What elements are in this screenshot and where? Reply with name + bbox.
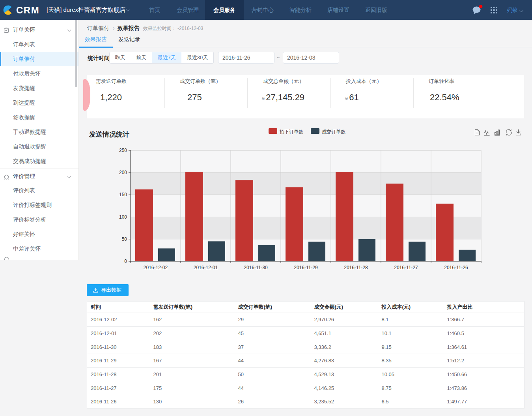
svg-text:0: 0 [124,259,127,264]
svg-text:50: 50 [122,236,127,242]
svg-text:2016-12-02: 2016-12-02 [144,265,168,270]
svg-text:2016-11-28: 2016-11-28 [344,265,368,270]
svg-text:250: 250 [119,148,127,153]
svg-text:200: 200 [119,170,127,175]
svg-text:2016-11-29: 2016-11-29 [294,265,318,270]
svg-text:100: 100 [119,214,127,220]
svg-text:150: 150 [119,192,127,197]
svg-text:2016-11-30: 2016-11-30 [244,265,268,270]
svg-text:2016-12-01: 2016-12-01 [194,265,218,270]
svg-text:2016-11-27: 2016-11-27 [394,265,418,270]
svg-text:2016-11-26: 2016-11-26 [444,265,468,270]
